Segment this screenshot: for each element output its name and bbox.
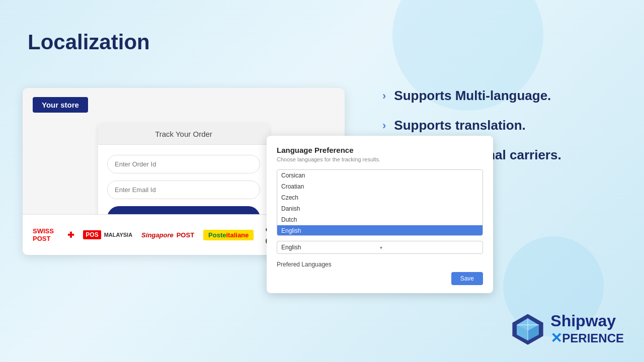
language-list-item[interactable]: Czech (277, 192, 482, 203)
language-list-item[interactable]: Danish (277, 203, 482, 214)
post-text: POST (177, 231, 194, 239)
shipway-icon (510, 312, 545, 347)
email-input[interactable] (107, 180, 260, 199)
poste-italiane-logo: Posteitaliane (203, 230, 254, 240)
language-list-item[interactable]: English (277, 225, 482, 235)
lang-panel-title: Language Preference (277, 146, 483, 154)
swiss-plus-icon: ✚ (67, 230, 74, 240)
poste-text: Poste (208, 231, 226, 239)
italiane-text: italiane (226, 231, 249, 239)
chevron-down-icon: ▾ (380, 245, 478, 250)
save-button[interactable]: Save (451, 272, 483, 285)
language-list-item[interactable]: Dutch (277, 214, 482, 225)
language-list[interactable]: CorsicanCroatianCzechDanishDutchEnglish (277, 170, 482, 235)
language-list-item[interactable]: Corsican (277, 170, 482, 181)
feature-text: Supports Multi-language. (394, 88, 551, 104)
preferred-languages-label: Prefered Languages (277, 261, 483, 268)
pos-malaysia-text: MALAYSIA (104, 232, 132, 238)
feature-item: ›Supports translation. (382, 118, 561, 133)
language-dropdown-list[interactable]: CorsicanCroatianCzechDanishDutchEnglish (277, 169, 483, 236)
language-list-item[interactable]: Croatian (277, 181, 482, 192)
page-title: Localization (28, 30, 150, 54)
shipway-text: Shipway ✕ PERIENCE (550, 312, 624, 346)
x-letter: ✕ (550, 330, 562, 346)
shipway-name: Shipway (550, 312, 624, 330)
pos-malaysia-logo: POS MALAYSIA (83, 230, 132, 239)
singapore-post-logo: Singapore POST (141, 231, 194, 239)
swiss-post-text: SWISS POST (33, 227, 66, 242)
language-panel: Language Preference Choose languages for… (267, 136, 493, 293)
selected-language-value: English (281, 244, 380, 251)
track-form-header: Track Your Order (98, 124, 269, 145)
chevron-right-icon: › (382, 89, 386, 103)
language-select-bar[interactable]: English ▾ (277, 241, 483, 254)
lang-panel-subtitle: Choose languages for the tracking result… (277, 156, 483, 162)
feature-text: Supports translation. (394, 118, 525, 133)
store-bar: Your store (23, 88, 345, 119)
singapore-text: Singapore (141, 231, 174, 239)
shipway-xperience: ✕ PERIENCE (550, 330, 624, 346)
feature-item: ›Supports Multi-language. (382, 88, 561, 104)
swiss-post-logo: SWISS POST ✚ (33, 227, 74, 242)
store-badge: Your store (33, 97, 88, 113)
perience-text: PERIENCE (562, 331, 624, 345)
shipway-logo: Shipway ✕ PERIENCE (510, 312, 624, 347)
order-id-input[interactable] (107, 155, 260, 173)
chevron-right-icon: › (382, 119, 386, 132)
pos-logo: POS (83, 230, 101, 239)
